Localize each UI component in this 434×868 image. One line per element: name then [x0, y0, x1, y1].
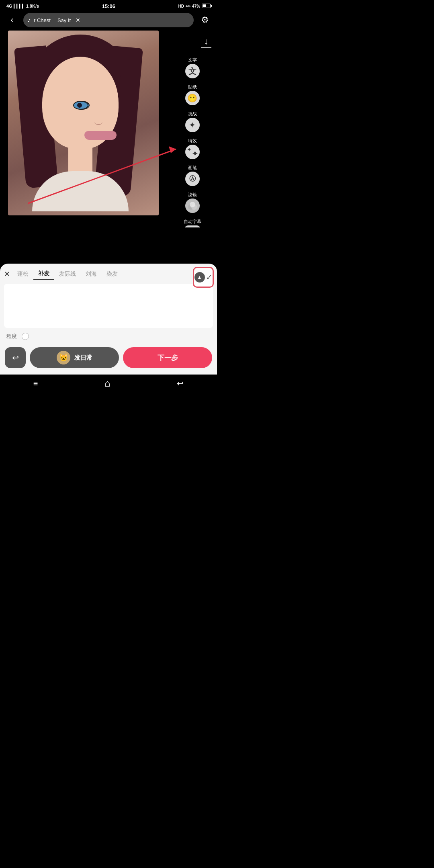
- settings-button[interactable]: ⚙: [198, 13, 212, 27]
- filter-tool[interactable]: 滤镜: [171, 189, 214, 215]
- svg-point-4: [190, 202, 195, 207]
- panel-content-area: [4, 284, 213, 328]
- next-button[interactable]: 下一步: [123, 347, 212, 368]
- degree-label: 程度: [6, 333, 17, 340]
- back-nav-icon[interactable]: ↩: [177, 379, 184, 388]
- tab-pongsong[interactable]: 蓬松: [12, 269, 33, 279]
- tab-liuhai[interactable]: 刘海: [81, 269, 102, 279]
- top-nav: ‹ ♪ r Chest Say It ✕ ⚙: [0, 11, 217, 31]
- text-icon: 文: [185, 64, 200, 78]
- battery-icon: [202, 4, 211, 9]
- daily-button[interactable]: 🐱 发日常: [30, 347, 119, 368]
- daily-button-label: 发日常: [74, 354, 92, 362]
- menu-icon[interactable]: ≡: [33, 379, 38, 388]
- battery-percent: 47%: [192, 4, 200, 8]
- music-text-right: Say It: [57, 17, 71, 23]
- lte-label: 4G: [186, 4, 190, 8]
- sticker-icon: 😶: [185, 91, 200, 105]
- neck: [68, 143, 92, 175]
- share-icon: ↪: [12, 353, 19, 362]
- brush-tool[interactable]: 画笔 Ⓐ: [171, 162, 214, 188]
- tab-fajixian[interactable]: 发际线: [54, 269, 81, 279]
- carrier-label: 4G: [6, 4, 12, 8]
- slider-circle[interactable]: [22, 333, 29, 340]
- up-arrow-button[interactable]: ▲: [194, 272, 205, 283]
- tabs-row: ✕ 蓬松 补发 发际线 刘海 染发: [0, 264, 217, 282]
- face-area: [20, 35, 141, 203]
- music-text-left: r Chest: [34, 17, 51, 23]
- caption-tool[interactable]: 自动字幕 ▤: [171, 216, 214, 227]
- eye-right: [73, 101, 88, 110]
- confirm-button-area[interactable]: ▲ ✓: [193, 267, 214, 288]
- panel-close-button[interactable]: ✕: [4, 270, 10, 278]
- next-button-label: 下一步: [158, 353, 178, 362]
- bottom-buttons: ↪ 🐱 发日常 下一步: [0, 343, 217, 375]
- music-divider: [54, 16, 54, 24]
- caption-icon: ▤: [185, 225, 200, 227]
- photo-container: [8, 31, 159, 215]
- nose: [94, 119, 102, 125]
- face-skin: [42, 57, 119, 149]
- effects-icon: ✦ ✦: [185, 145, 200, 159]
- avatar-icon: 🐱: [57, 351, 70, 364]
- right-tools: 文字 文 贴纸 😶 挑战 ✦ 特效 ✦ ✦ 画笔 Ⓐ 滤镜: [171, 55, 217, 227]
- status-left: 4G ▎▎▎▎ 1.8K/s: [6, 4, 39, 8]
- main-area: 文字 文 贴纸 😶 挑战 ✦ 特效 ✦ ✦ 画笔 Ⓐ 滤镜: [0, 31, 217, 227]
- signal-icon: ▎▎▎▎: [14, 4, 25, 8]
- home-bar: ≡ ⌂ ↩: [0, 375, 217, 394]
- status-bar: 4G ▎▎▎▎ 1.8K/s 15:06 HD 4G 47%: [0, 0, 217, 11]
- share-button[interactable]: ↪: [5, 347, 26, 368]
- home-icon[interactable]: ⌂: [104, 378, 111, 389]
- music-pill[interactable]: ♪ r Chest Say It ✕: [23, 13, 194, 27]
- bottom-panel: ▲ ✓ ✕ 蓬松 补发 发际线 刘海 染发 程度 ↪ 🐱 发日常 下一步: [0, 264, 217, 375]
- effects-tool[interactable]: 特效 ✦ ✦: [171, 135, 214, 162]
- lips: [84, 131, 117, 140]
- brush-icon: Ⓐ: [185, 172, 200, 186]
- challenge-tool[interactable]: 挑战 ✦: [171, 108, 214, 135]
- status-right: HD 4G 47%: [178, 4, 211, 9]
- lower-black-area: [0, 227, 217, 264]
- text-tool[interactable]: 文字 文: [171, 55, 214, 81]
- tab-ranfa[interactable]: 染发: [102, 269, 123, 279]
- slider-row: 程度: [0, 330, 217, 343]
- challenge-icon: ✦: [185, 118, 200, 132]
- speed-label: 1.8K/s: [26, 4, 39, 8]
- music-note-icon: ♪: [27, 16, 31, 24]
- tab-bufa[interactable]: 补发: [33, 268, 54, 280]
- time-label: 15:06: [102, 3, 115, 9]
- music-close-button[interactable]: ✕: [74, 17, 82, 23]
- up-arrow-icon: ▲: [197, 274, 203, 280]
- hd-label: HD: [178, 4, 184, 8]
- confirm-check-icon[interactable]: ✓: [206, 272, 213, 282]
- photo-bg: [8, 31, 159, 215]
- filter-icon: [185, 199, 200, 213]
- back-button[interactable]: ‹: [5, 13, 19, 27]
- sticker-tool[interactable]: 贴纸 😶: [171, 82, 214, 108]
